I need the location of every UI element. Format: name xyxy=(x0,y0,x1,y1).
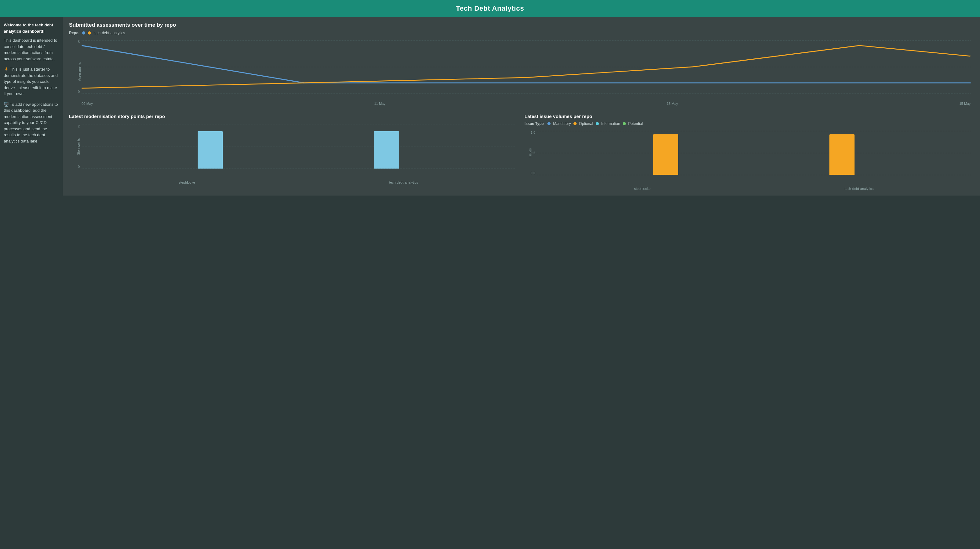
note2-text: To add new applications to this dashboar… xyxy=(4,102,58,144)
bar-left-y-label: Story points xyxy=(77,139,80,155)
story-points-title: Latest modernisation story points per re… xyxy=(69,113,518,119)
legend-optional: Optional xyxy=(579,121,593,126)
story-points-chart: 2 0 Story points xyxy=(69,121,518,184)
bar-stephlocke xyxy=(197,131,223,169)
x-label-1: 11 May xyxy=(374,102,385,105)
bar-label-techdebt: tech-debt-analytics xyxy=(389,180,418,184)
line-chart-legend-label: Repo xyxy=(69,31,78,35)
line-chart-inner xyxy=(81,40,970,94)
issue-volumes-legend: Issue Type Mandatory Optional Informatio… xyxy=(525,121,974,126)
legend-series-name: tech-debt-analytics xyxy=(94,31,125,35)
story-points-chart-section: Latest modernisation story points per re… xyxy=(69,113,518,190)
grid-lines xyxy=(81,40,970,94)
content-area: Submitted assessments over time by repo … xyxy=(63,17,980,196)
x-label-3: 15 May xyxy=(959,102,970,105)
x-label-2: 13 May xyxy=(667,102,678,105)
main-layout: Welcome to the tech debt analytics dashb… xyxy=(0,17,980,196)
legend-dot-information xyxy=(596,122,599,125)
legend-mandatory: Mandatory xyxy=(553,121,571,126)
bars-right xyxy=(537,131,970,175)
legend-dot-optional xyxy=(573,122,577,125)
bars-left xyxy=(81,124,515,169)
legend-dot-orange xyxy=(88,31,91,35)
line-y-axis-label: Assessments xyxy=(78,62,81,81)
legend-dot-potential xyxy=(623,122,626,125)
legend-dot-blue xyxy=(82,31,85,35)
line-chart-legend: Repo tech-debt-analytics xyxy=(69,31,974,35)
sidebar-note2: 🖥️ To add new applications to this dashb… xyxy=(4,101,59,144)
issue-legend-label: Issue Type xyxy=(525,121,544,126)
note2-emoji: 🖥️ xyxy=(4,102,9,107)
legend-information: Information xyxy=(601,121,620,126)
line-chart-section: Submitted assessments over time by repo … xyxy=(69,22,974,106)
note1-text: This is just a starter to demonstrate th… xyxy=(4,67,58,96)
issue-volumes-chart-section: Latest issue volumes per repo Issue Type… xyxy=(525,113,974,190)
bar-left-x-labels: stephlocke tech-debt-analytics xyxy=(81,180,515,184)
bar-techdebt xyxy=(374,131,399,169)
bar-right-stephlocke xyxy=(653,134,678,175)
sidebar-note1: 🧍 This is just a starter to demonstrate … xyxy=(4,66,59,97)
issue-volumes-title: Latest issue volumes per repo xyxy=(525,113,974,119)
bar-right-techdebt xyxy=(829,134,854,175)
sidebar: Welcome to the tech debt analytics dashb… xyxy=(0,17,63,196)
note1-emoji: 🧍 xyxy=(4,67,9,72)
sidebar-welcome: Welcome to the tech debt analytics dashb… xyxy=(4,22,59,34)
bar-label-stephlocke: stephlocke xyxy=(178,180,195,184)
legend-dot-mandatory xyxy=(547,122,550,125)
x-axis-labels: 09 May 11 May 13 May 15 May xyxy=(81,102,970,105)
bottom-charts-row: Latest modernisation story points per re… xyxy=(69,113,974,190)
bar-right-inner xyxy=(537,131,970,175)
sidebar-description: This dashboard is intended to consolidat… xyxy=(4,37,59,62)
line-chart-title: Submitted assessments over time by repo xyxy=(69,22,974,28)
x-label-0: 09 May xyxy=(81,102,93,105)
bar-right-x-labels: stephlocke tech-debt-analytics xyxy=(537,187,970,190)
page-header: Tech Debt Analytics xyxy=(0,0,980,17)
bar-left-inner xyxy=(81,124,515,169)
legend-potential: Potential xyxy=(628,121,643,126)
bar-right-y-label: Issues xyxy=(528,148,532,158)
page-title: Tech Debt Analytics xyxy=(456,5,524,12)
bar-right-label-techdebt: tech-debt-analytics xyxy=(845,187,873,190)
bar-right-label-stephlocke: stephlocke xyxy=(634,187,651,190)
issue-volumes-chart: 1.0 0.5 0.0 Issues xyxy=(525,128,974,190)
line-chart-container: 5 0 Assessments xyxy=(69,37,974,106)
